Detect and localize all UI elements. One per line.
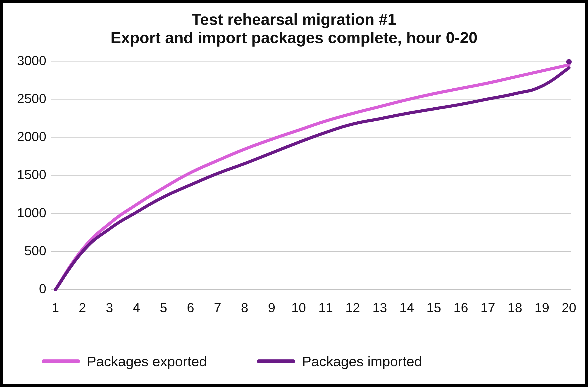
svg-text:0: 0 (39, 281, 46, 296)
svg-text:1: 1 (52, 301, 59, 315)
svg-text:1000: 1000 (17, 206, 46, 220)
svg-text:20: 20 (562, 301, 576, 315)
svg-point-34 (566, 59, 572, 64)
svg-text:8: 8 (241, 301, 248, 315)
legend-swatch-exported (42, 359, 80, 363)
svg-text:6: 6 (187, 301, 194, 315)
svg-text:16: 16 (454, 301, 468, 315)
chart-outer-frame: Test rehearsal migration #1 Export and i… (0, 0, 588, 387)
chart-gridlines (51, 62, 571, 290)
svg-text:13: 13 (372, 301, 387, 315)
series-line-1 (55, 68, 569, 290)
chart-x-ticks: 1234567891011121314151617181920 (52, 301, 576, 315)
chart-title-line1: Test rehearsal migration #1 (3, 10, 585, 29)
svg-text:14: 14 (399, 301, 414, 315)
svg-text:5: 5 (160, 301, 167, 315)
legend-item-exported: Packages exported (42, 353, 207, 369)
svg-text:7: 7 (214, 301, 221, 315)
svg-text:15: 15 (426, 301, 441, 315)
legend-item-imported: Packages imported (257, 353, 422, 369)
chart-plot-area: 050010001500200025003000 123456789101112… (12, 55, 576, 327)
svg-text:500: 500 (24, 243, 46, 258)
svg-text:2500: 2500 (17, 92, 46, 106)
svg-text:1500: 1500 (17, 168, 46, 182)
chart-legend: Packages exported Packages imported (42, 348, 571, 375)
svg-text:11: 11 (318, 301, 333, 315)
svg-text:18: 18 (508, 301, 522, 315)
chart-title-line2: Export and import packages complete, hou… (3, 29, 585, 47)
svg-text:10: 10 (291, 301, 306, 315)
svg-text:12: 12 (345, 301, 360, 315)
svg-text:9: 9 (268, 301, 275, 315)
svg-text:2: 2 (79, 301, 86, 315)
chart-title: Test rehearsal migration #1 Export and i… (3, 3, 585, 47)
chart-series-group (55, 65, 569, 290)
legend-swatch-imported (257, 359, 295, 363)
chart-end-marker (566, 59, 572, 64)
chart-card: Test rehearsal migration #1 Export and i… (3, 3, 585, 384)
chart-svg: 050010001500200025003000 123456789101112… (12, 55, 576, 327)
svg-text:3: 3 (106, 301, 113, 315)
svg-text:4: 4 (133, 301, 140, 315)
svg-text:19: 19 (535, 301, 549, 315)
svg-text:17: 17 (481, 301, 495, 315)
legend-label-imported: Packages imported (302, 353, 422, 369)
legend-label-exported: Packages exported (87, 353, 207, 369)
chart-y-ticks: 050010001500200025003000 (17, 55, 46, 296)
svg-text:3000: 3000 (17, 55, 46, 68)
svg-text:2000: 2000 (17, 130, 46, 144)
